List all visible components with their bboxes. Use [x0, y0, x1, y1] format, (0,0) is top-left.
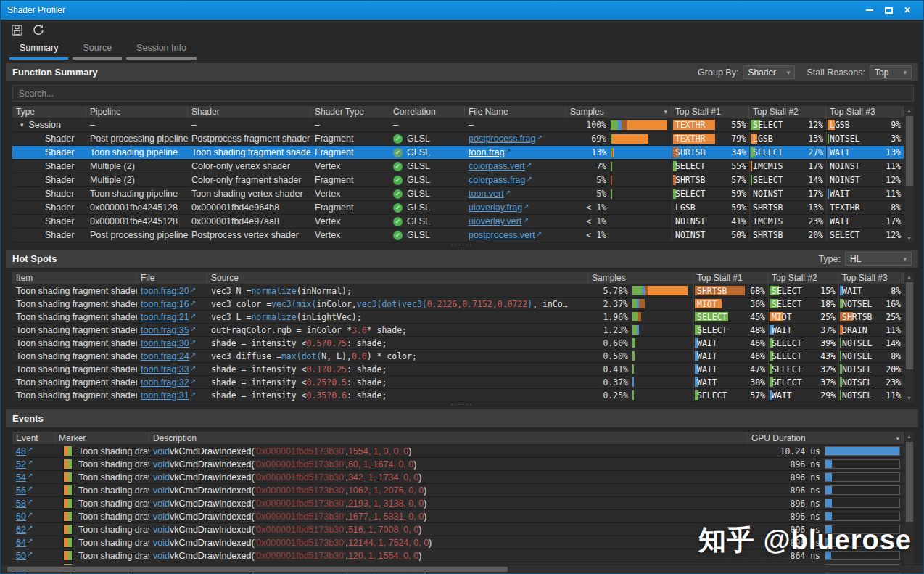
hot-spot-row[interactable]: Toon shading fragment shadertoon.frag:35… — [12, 324, 904, 337]
column-header-top-stall-2[interactable]: Top Stall #2 — [749, 106, 826, 118]
stall-cell: SELECT37% — [768, 376, 838, 388]
hot-spot-row[interactable]: Toon shading fragment shadertoon.frag:30… — [12, 337, 904, 350]
event-link[interactable]: 56 — [16, 485, 26, 496]
event-row[interactable]: 58↗Toon shading drawvoid vkCmdDrawIndexe… — [12, 497, 904, 510]
hot-spots-scrollbar[interactable]: ▲ ▼ — [904, 272, 914, 402]
function-summary-row[interactable]: ShaderPost processing pipelinePostproces… — [12, 229, 904, 242]
scrollbar-thumb[interactable] — [7, 567, 508, 572]
event-link[interactable]: 62 — [16, 525, 26, 535]
function-summary-row[interactable]: ShaderMultiple (2)Color-only vertex shad… — [12, 160, 904, 173]
event-row[interactable]: 56↗Toon shading drawvoid vkCmdDrawIndexe… — [12, 484, 904, 497]
event-link[interactable]: 60 — [16, 512, 26, 522]
file-link[interactable]: colorpass.frag — [469, 175, 526, 185]
scrollbar-thumb[interactable] — [906, 116, 913, 186]
column-header-top-stall-1[interactable]: Top Stall #1 — [693, 272, 768, 284]
tab-session-info[interactable]: Session Info — [126, 40, 197, 60]
function-summary-row[interactable]: ShaderToon shading pipelineToon shading … — [12, 146, 904, 160]
scroll-up-icon[interactable]: ▲ — [907, 432, 912, 440]
column-header-top-stall-3[interactable]: Top Stall #3 — [826, 106, 904, 118]
file-link[interactable]: toon.frag:30 — [141, 338, 189, 348]
file-link[interactable]: colorpass.vert — [469, 161, 525, 171]
minimize-button[interactable] — [860, 3, 879, 17]
scrollbar-thumb[interactable] — [906, 282, 913, 369]
maximize-button[interactable] — [879, 3, 898, 17]
event-link[interactable]: 58 — [16, 499, 26, 509]
splitter-handle[interactable]: ······ — [6, 242, 918, 246]
group-by-value: Shader — [748, 67, 780, 78]
function-summary-row[interactable]: ShaderPost processing pipelinePostproces… — [12, 132, 904, 146]
column-header-type[interactable]: Type — [12, 106, 86, 118]
function-summary-scrollbar[interactable]: ▲ ▼ — [904, 106, 914, 242]
caret-down-icon[interactable]: ▾ — [20, 121, 24, 128]
event-link[interactable]: 52 — [16, 459, 26, 470]
column-header-samples[interactable]: Samples▾ — [566, 106, 672, 118]
column-header-top-stall-1[interactable]: Top Stall #1 — [672, 106, 749, 118]
column-header-shader-type[interactable]: Shader Type — [311, 106, 389, 118]
horizontal-scrollbar[interactable] — [1, 565, 923, 573]
event-link[interactable]: 48 — [16, 446, 26, 456]
marker-label: Toon shading draw — [78, 538, 149, 548]
file-link[interactable]: toon.frag:20 — [141, 286, 189, 296]
column-header-shader[interactable]: Shader — [188, 106, 311, 118]
column-header-source[interactable]: Source — [207, 272, 588, 284]
refresh-button[interactable] — [31, 22, 46, 37]
search-input[interactable] — [12, 85, 914, 102]
group-by-dropdown[interactable]: Shader ▾ — [743, 65, 795, 79]
event-row[interactable]: 52↗Toon shading drawvoid vkCmdDrawIndexe… — [12, 458, 904, 471]
tab-summary[interactable]: Summary — [9, 40, 68, 60]
column-header-description[interactable]: Description — [149, 432, 748, 444]
hot-spot-row[interactable]: Toon shading fragment shadertoon.frag:33… — [12, 363, 904, 376]
event-row[interactable]: 54↗Toon shading drawvoid vkCmdDrawIndexe… — [12, 471, 904, 484]
column-header-marker[interactable]: Marker — [55, 432, 149, 444]
column-header-samples[interactable]: Samples — [588, 272, 693, 284]
column-header-file[interactable]: File — [137, 272, 207, 284]
stall-reasons-dropdown[interactable]: Top ▾ — [870, 65, 912, 79]
hot-spot-row[interactable]: Toon shading fragment shadertoon.frag:16… — [12, 298, 904, 311]
column-header-item[interactable]: Item — [12, 272, 137, 284]
column-header-pipeline[interactable]: Pipeline — [86, 106, 188, 118]
column-header-event[interactable]: Event — [12, 432, 55, 444]
save-report-button[interactable] — [9, 22, 24, 37]
file-link[interactable]: postprocess.frag — [469, 134, 535, 144]
scroll-up-icon[interactable]: ▲ — [907, 106, 912, 115]
file-link[interactable]: toon.frag:31 — [141, 390, 189, 401]
close-button[interactable]: ✕ — [898, 3, 917, 17]
column-header-file-name[interactable]: File Name — [465, 106, 566, 118]
hot-spot-row[interactable]: Toon shading fragment shadertoon.frag:32… — [12, 376, 904, 389]
scroll-down-icon[interactable]: ▼ — [907, 393, 912, 402]
file-link[interactable]: uioverlay.frag — [469, 202, 522, 213]
column-header-top-stall-2[interactable]: Top Stall #2 — [768, 272, 838, 284]
file-link[interactable]: toon.frag:33 — [141, 364, 189, 374]
scroll-up-icon[interactable]: ▲ — [907, 272, 912, 281]
scrollbar-thumb[interactable] — [906, 442, 913, 522]
file-link[interactable]: toon.frag:32 — [141, 377, 189, 388]
event-link[interactable]: 64 — [16, 538, 26, 548]
hot-spot-row[interactable]: Toon shading fragment shadertoon.frag:24… — [12, 350, 904, 363]
file-link[interactable]: toon.frag:16 — [141, 299, 189, 309]
function-summary-row[interactable]: Shader0x000001fbe42451280x000001fbd4e964… — [12, 201, 904, 215]
hot-spot-row[interactable]: Toon shading fragment shadertoon.frag:20… — [12, 284, 904, 298]
file-link[interactable]: toon.vert — [469, 189, 504, 199]
column-header-gpu-duration[interactable]: GPU Duration▾ — [748, 432, 904, 444]
file-link[interactable]: toon.frag — [469, 147, 504, 157]
event-link[interactable]: 50 — [16, 551, 26, 561]
column-header-top-stall-3[interactable]: Top Stall #3 — [838, 272, 904, 284]
file-link[interactable]: uioverlay.vert — [469, 216, 521, 226]
file-link[interactable]: toon.frag:35 — [141, 325, 189, 335]
tab-source[interactable]: Source — [73, 40, 122, 60]
splitter-handle[interactable]: ······ — [6, 402, 918, 406]
function-summary-row[interactable]: ShaderToon shading pipelineToon shading … — [12, 187, 904, 201]
file-link[interactable]: toon.frag:21 — [141, 312, 189, 322]
hot-spot-row[interactable]: Toon shading fragment shadertoon.frag:31… — [12, 389, 904, 402]
event-link[interactable]: 54 — [16, 472, 26, 483]
function-summary-row[interactable]: ShaderMultiple (2)Color-only fragment sh… — [12, 173, 904, 187]
file-link[interactable]: postprocess.vert — [469, 230, 535, 240]
hot-spot-row[interactable]: Toon shading fragment shadertoon.frag:21… — [12, 311, 904, 324]
scroll-down-icon[interactable]: ▼ — [907, 234, 912, 242]
function-summary-row[interactable]: ▾Session–––––100%TEXTHR55%SELECT12%LGSB9… — [12, 118, 904, 132]
event-row[interactable]: 48↗Toon shading drawvoid vkCmdDrawIndexe… — [12, 445, 904, 458]
file-link[interactable]: toon.frag:24 — [141, 351, 189, 361]
function-summary-row[interactable]: Shader0x000001fbe42451280x000001fbd4e97a… — [12, 215, 904, 229]
type-filter-dropdown[interactable]: HL ▾ — [845, 252, 912, 266]
column-header-correlation[interactable]: Correlation — [389, 106, 465, 118]
